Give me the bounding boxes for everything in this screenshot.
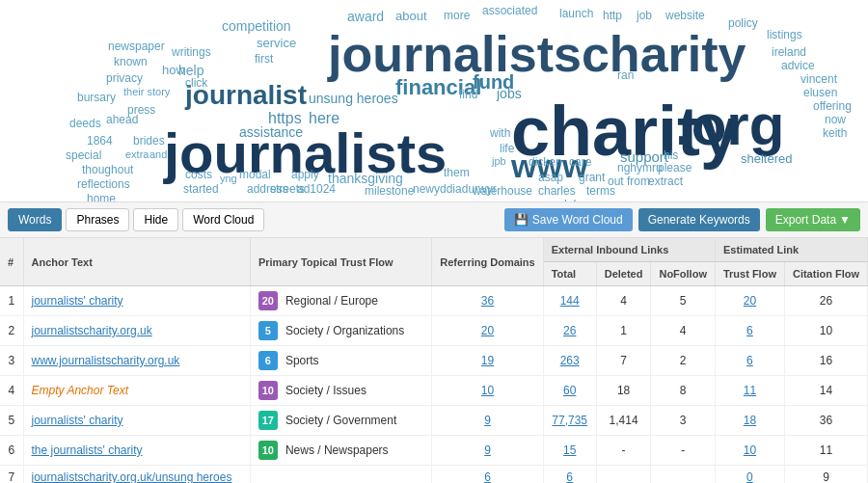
cloud-word: ahead xyxy=(106,114,138,125)
row-trust[interactable]: 10 xyxy=(715,436,784,466)
topical-label: Sports xyxy=(285,354,319,367)
cloud-word: newspaper xyxy=(108,40,165,52)
row-anchor[interactable]: journalists' charity xyxy=(23,286,250,316)
cloud-word: service xyxy=(257,37,296,49)
row-topical xyxy=(250,466,431,484)
cloud-word: bursary xyxy=(77,92,116,103)
trust-flow-badge: 6 xyxy=(258,351,278,370)
row-trust[interactable]: 18 xyxy=(715,406,784,436)
row-nofollow: 8 xyxy=(651,376,716,406)
cloud-word: them xyxy=(444,167,470,178)
row-anchor[interactable]: journalists' charity xyxy=(23,406,250,436)
row-anchor: Empty Anchor Text xyxy=(23,376,250,406)
table-row: 2journalistscharity.org.uk5Society / Org… xyxy=(0,316,868,346)
cloud-word: elusen xyxy=(803,87,837,98)
topical-label: Society / Organizations xyxy=(285,324,404,337)
row-citation: 11 xyxy=(784,436,867,466)
tab-words[interactable]: Words xyxy=(8,208,62,231)
cloud-word: advice xyxy=(781,60,815,71)
cloud-word: known xyxy=(114,56,148,67)
row-topical: 20Regional / Europe xyxy=(250,286,431,316)
row-deleted: - xyxy=(596,436,651,466)
row-total[interactable]: 60 xyxy=(543,376,596,406)
row-num: 5 xyxy=(0,406,23,436)
row-trust[interactable]: 6 xyxy=(715,346,784,376)
cloud-word: first xyxy=(255,53,273,65)
row-referring[interactable]: 9 xyxy=(432,406,543,436)
cloud-word: costs xyxy=(185,169,212,180)
row-deleted: 7 xyxy=(596,346,651,376)
col-deleted-header: Deleted xyxy=(596,262,651,286)
row-trust[interactable]: 6 xyxy=(715,316,784,346)
cloud-word: ad1024 xyxy=(297,183,336,195)
row-referring[interactable]: 19 xyxy=(432,346,543,376)
cloud-word: jobs xyxy=(497,87,522,100)
cloud-word: modal xyxy=(239,169,271,180)
row-referring[interactable]: 6 xyxy=(432,466,543,484)
row-total[interactable]: 26 xyxy=(543,316,596,346)
col-referring-header: Referring Domains xyxy=(432,238,543,286)
cloud-word: associated xyxy=(482,5,537,16)
col-num-header: # xyxy=(0,238,23,286)
row-topical: 17Society / Government xyxy=(250,406,431,436)
table-row: 1journalists' charity20Regional / Europe… xyxy=(0,286,868,316)
row-nofollow: - xyxy=(651,436,716,466)
cloud-word: special xyxy=(66,149,101,161)
generate-keywords-button[interactable]: Generate Keywords xyxy=(638,208,760,231)
row-referring[interactable]: 10 xyxy=(432,376,543,406)
cloud-word: privacy xyxy=(106,72,143,84)
row-referring[interactable]: 9 xyxy=(432,436,543,466)
row-trust[interactable]: 0 xyxy=(715,466,784,484)
row-total[interactable]: 263 xyxy=(543,346,596,376)
row-citation: 9 xyxy=(784,466,867,484)
row-num: 6 xyxy=(0,436,23,466)
cloud-word: nghymru xyxy=(617,162,663,174)
cloud-word: apply xyxy=(291,169,319,180)
row-num: 7 xyxy=(0,466,23,484)
row-anchor[interactable]: the journalists' charity xyxy=(23,436,250,466)
row-citation: 10 xyxy=(784,316,867,346)
cloud-word: started xyxy=(183,183,219,195)
cloud-word: website xyxy=(665,10,705,21)
cloud-word: help xyxy=(178,64,203,77)
cloud-word: life xyxy=(500,143,514,154)
row-anchor[interactable]: www.journalistscharity.org.uk xyxy=(23,346,250,376)
tab-wordcloud[interactable]: Word Cloud xyxy=(182,208,264,231)
row-referring[interactable]: 36 xyxy=(432,286,543,316)
row-total[interactable]: 144 xyxy=(543,286,596,316)
tab-phrases[interactable]: Phrases xyxy=(66,208,129,231)
toolbar: Words Phrases Hide Word Cloud 💾 Save Wor… xyxy=(0,202,868,238)
table-row: 4Empty Anchor Text10Society / Issues1060… xyxy=(0,376,868,406)
row-referring[interactable]: 20 xyxy=(432,316,543,346)
table-row: 5journalists' charity17Society / Governm… xyxy=(0,406,868,436)
row-anchor[interactable]: journalistscharity.org.uk xyxy=(23,316,250,346)
cloud-word: please xyxy=(658,162,692,174)
row-total[interactable]: 15 xyxy=(543,436,596,466)
row-total[interactable]: 6 xyxy=(543,466,596,484)
col-anchor-header: Anchor Text xyxy=(23,238,250,286)
row-trust[interactable]: 11 xyxy=(715,376,784,406)
cloud-word: dicken xyxy=(529,156,562,168)
row-trust[interactable]: 20 xyxy=(715,286,784,316)
cloud-word: job xyxy=(637,10,652,21)
row-topical: 10Society / Issues xyxy=(250,376,431,406)
tab-hide[interactable]: Hide xyxy=(133,208,178,231)
table-row: 6the journalists' charity10News / Newspa… xyxy=(0,436,868,466)
cloud-word: care xyxy=(569,156,591,168)
save-word-cloud-button[interactable]: 💾 Save Word Cloud xyxy=(504,208,633,231)
est-link-group-header: Estimated Link xyxy=(715,238,867,262)
row-nofollow: 4 xyxy=(651,316,716,346)
row-nofollow: 2 xyxy=(651,346,716,376)
trust-flow-badge: 5 xyxy=(258,321,278,340)
cloud-word: competition xyxy=(222,19,291,33)
cloud-word: ireland xyxy=(772,46,806,58)
cloud-word: out xyxy=(608,175,624,187)
row-anchor[interactable]: journalistscharity.org.uk/unsung heroes xyxy=(23,466,250,484)
row-nofollow: 5 xyxy=(651,286,716,316)
col-nofollow-header: NoFollow xyxy=(651,262,716,286)
row-total[interactable]: 77,735 xyxy=(543,406,596,436)
export-data-button[interactable]: Export Data ▼ xyxy=(766,208,860,231)
cloud-word: their story xyxy=(123,87,170,97)
cloud-word: sheltered xyxy=(741,152,792,165)
word-cloud-container: journalistscharitycharity.orgjournalists… xyxy=(0,0,868,202)
